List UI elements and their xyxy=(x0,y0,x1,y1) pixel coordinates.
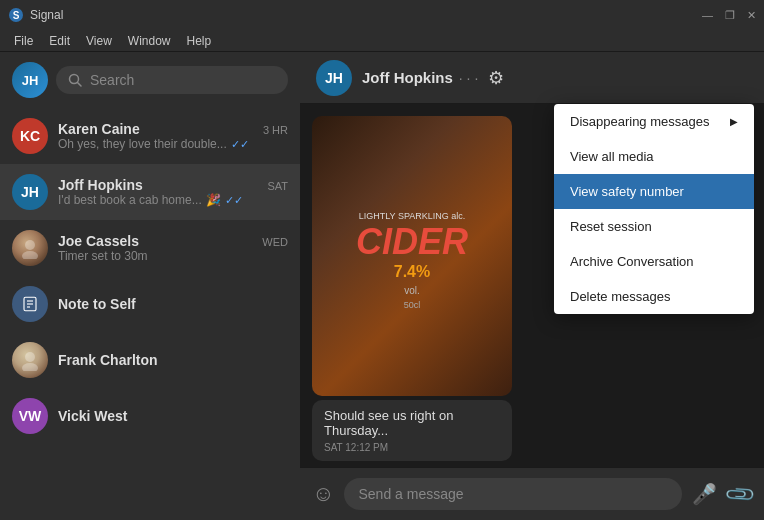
conv-name: Note to Self xyxy=(58,296,136,312)
window-controls[interactable]: — ❐ ✕ xyxy=(702,9,756,22)
conv-info: Note to Self xyxy=(58,296,288,312)
avatar: KC xyxy=(12,118,48,154)
svg-point-11 xyxy=(22,363,38,371)
menu-help[interactable]: Help xyxy=(179,30,220,51)
read-tick-icon: ✓✓ xyxy=(225,194,243,207)
message-input[interactable] xyxy=(344,478,682,510)
menu-view[interactable]: View xyxy=(78,30,120,51)
menu-item-archive[interactable]: Archive Conversation xyxy=(554,244,754,279)
cider-abv-text: 7.4% xyxy=(394,263,430,281)
search-input[interactable] xyxy=(90,72,276,88)
conv-name: Vicki West xyxy=(58,408,128,424)
conv-name: Joff Hopkins xyxy=(58,177,143,193)
person-silhouette-icon xyxy=(19,237,41,259)
conv-info: Frank Charlton xyxy=(58,352,288,368)
svg-text:S: S xyxy=(13,10,20,21)
main-layout: JH KC Karen Caine 3 HR xyxy=(0,52,764,520)
avatar xyxy=(12,230,48,266)
person-silhouette-icon xyxy=(19,349,41,371)
conv-time: SAT xyxy=(267,180,288,192)
search-icon xyxy=(68,73,82,87)
search-bar: JH xyxy=(0,52,300,108)
status-dots: · · · xyxy=(459,70,478,86)
conv-name: Joe Cassels xyxy=(58,233,139,249)
conv-info: Vicki West xyxy=(58,408,288,424)
message-bubble: Should see us right on Thursday... SAT 1… xyxy=(312,400,512,461)
lightly-sparkling-text: LIGHTLY SPARKLING alc. xyxy=(359,211,466,221)
cider-size-text: 50cl xyxy=(404,300,421,310)
emoji-button[interactable]: ☺ xyxy=(312,481,334,507)
avatar: VW xyxy=(12,398,48,434)
cider-brand-text: CIDER xyxy=(356,221,468,263)
search-wrapper[interactable] xyxy=(56,66,288,94)
list-item[interactable]: KC Karen Caine 3 HR Oh yes, they love th… xyxy=(0,108,300,164)
read-tick-icon: ✓✓ xyxy=(231,138,249,151)
conversation-list: KC Karen Caine 3 HR Oh yes, they love th… xyxy=(0,108,300,520)
message-text: Should see us right on Thursday... xyxy=(324,408,500,438)
list-item[interactable]: JH Joff Hopkins SAT I'd best book a cab … xyxy=(0,164,300,220)
settings-icon[interactable]: ⚙ xyxy=(488,67,504,89)
sidebar: JH KC Karen Caine 3 HR xyxy=(0,52,300,520)
cider-volume-text: vol. xyxy=(404,285,420,296)
received-message: LIGHTLY SPARKLING alc. CIDER 7.4% vol. 5… xyxy=(312,116,512,461)
chat-header: JH Joff Hopkins · · · ⚙ xyxy=(300,52,764,104)
context-menu: Disappearing messages ▶ View all media V… xyxy=(554,104,754,314)
input-area: ☺ 🎤 📎 xyxy=(300,467,764,520)
avatar xyxy=(12,286,48,322)
list-item[interactable]: Frank Charlton xyxy=(0,332,300,388)
close-button[interactable]: ✕ xyxy=(747,9,756,22)
emoji-icon: 🎉 xyxy=(206,193,221,207)
my-avatar[interactable]: JH xyxy=(12,62,48,98)
conv-preview: I'd best book a cab home... 🎉 ✓✓ xyxy=(58,193,288,207)
attachment-button[interactable]: 📎 xyxy=(722,477,757,512)
chat-header-info: Joff Hopkins · · · xyxy=(362,69,478,86)
app-icon: S xyxy=(8,7,24,23)
menu-window[interactable]: Window xyxy=(120,30,179,51)
titlebar: S Signal — ❐ ✕ xyxy=(0,0,764,30)
menu-item-safety-number[interactable]: View safety number xyxy=(554,174,754,209)
conv-info: Joff Hopkins SAT I'd best book a cab hom… xyxy=(58,177,288,207)
avatar: JH xyxy=(12,174,48,210)
maximize-button[interactable]: ❐ xyxy=(725,9,735,22)
chat-area: JH Joff Hopkins · · · ⚙ LIGHTLY SPARKLIN… xyxy=(300,52,764,520)
list-item[interactable]: Note to Self xyxy=(0,276,300,332)
chat-name: Joff Hopkins xyxy=(362,69,453,86)
menu-edit[interactable]: Edit xyxy=(41,30,78,51)
avatar xyxy=(12,342,48,378)
conv-time: 3 HR xyxy=(263,124,288,136)
list-item[interactable]: Joe Cassels WED Timer set to 30m xyxy=(0,220,300,276)
conv-name: Frank Charlton xyxy=(58,352,158,368)
app-title: Signal xyxy=(30,8,702,22)
menu-item-view-media[interactable]: View all media xyxy=(554,139,754,174)
svg-point-10 xyxy=(25,352,35,362)
note-icon xyxy=(21,295,39,313)
microphone-button[interactable]: 🎤 xyxy=(692,482,717,506)
svg-line-3 xyxy=(78,83,82,87)
conv-preview: Oh yes, they love their double... ✓✓ xyxy=(58,137,288,151)
list-item[interactable]: VW Vicki West xyxy=(0,388,300,444)
my-avatar-initials: JH xyxy=(22,73,39,88)
svg-point-5 xyxy=(22,251,38,259)
menu-item-delete-messages[interactable]: Delete messages xyxy=(554,279,754,314)
conv-name: Karen Caine xyxy=(58,121,140,137)
submenu-arrow-icon: ▶ xyxy=(730,116,738,127)
chat-avatar: JH xyxy=(316,60,352,96)
conv-preview: Timer set to 30m xyxy=(58,249,288,263)
svg-point-4 xyxy=(25,240,35,250)
conv-time: WED xyxy=(262,236,288,248)
menu-item-disappearing[interactable]: Disappearing messages ▶ xyxy=(554,104,754,139)
menubar: File Edit View Window Help xyxy=(0,30,764,52)
minimize-button[interactable]: — xyxy=(702,9,713,22)
menu-item-reset-session[interactable]: Reset session xyxy=(554,209,754,244)
message-image: LIGHTLY SPARKLING alc. CIDER 7.4% vol. 5… xyxy=(312,116,512,396)
conv-info: Karen Caine 3 HR Oh yes, they love their… xyxy=(58,121,288,151)
cider-image-content: LIGHTLY SPARKLING alc. CIDER 7.4% vol. 5… xyxy=(312,116,512,396)
message-time: SAT 12:12 PM xyxy=(324,442,500,453)
menu-file[interactable]: File xyxy=(6,30,41,51)
conv-info: Joe Cassels WED Timer set to 30m xyxy=(58,233,288,263)
